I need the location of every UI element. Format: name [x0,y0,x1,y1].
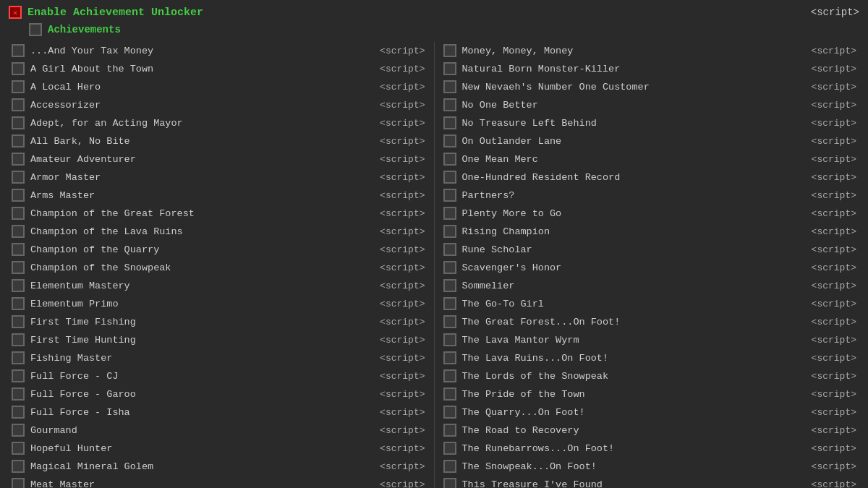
list-item: The Runebarrows...On Foot!<script> [441,440,860,457]
list-item: One-Hundred Resident Record<script> [441,168,860,186]
achievement-checkbox[interactable] [12,80,25,93]
achievement-checkbox[interactable] [443,351,456,364]
achievement-checkbox[interactable] [12,297,25,310]
list-item: On Outlander Lane<script> [441,132,860,150]
achievement-name: A Girl About the Town [30,64,374,74]
achievement-name: The Lava Mantor Wyrm [462,335,806,346]
achievement-checkbox[interactable] [12,315,25,328]
enable-label: Enable Achievement Unlocker [27,7,203,19]
achievement-checkbox[interactable] [443,116,456,129]
achievement-checkbox[interactable] [443,153,456,166]
achievement-name: The Road to Recovery [462,425,806,436]
achievement-checkbox[interactable] [12,225,25,238]
achievement-script: <script> [380,461,425,472]
achievement-name: A Local Hero [30,82,374,93]
achievement-script: <script> [812,335,856,346]
achievement-checkbox[interactable] [443,225,456,238]
achievement-script: <script> [380,389,425,400]
achievement-checkbox[interactable] [12,134,25,147]
header-row: Enable Achievement Unlocker <script> [9,6,859,19]
achievement-name: No One Better [462,100,806,111]
list-item: The Quarry...On Foot!<script> [441,403,860,421]
list-item: First Time Hunting<script> [9,331,428,348]
achievement-checkbox[interactable] [443,424,456,437]
achievement-checkbox[interactable] [443,171,456,184]
achievement-checkbox[interactable] [12,98,25,111]
achievement-name: Hopeful Hunter [30,443,374,454]
list-item: Rune Scholar<script> [441,241,860,258]
achievement-checkbox[interactable] [12,279,25,292]
achievement-name: The Lava Ruins...On Foot! [462,353,806,364]
achievements-checkbox[interactable] [29,23,42,36]
achievement-script: <script> [812,100,856,111]
list-item: Full Force - Isha<script> [9,403,428,421]
achievement-checkbox[interactable] [12,460,25,473]
achievement-checkbox[interactable] [12,171,25,184]
achievement-name: Sommelier [462,281,806,291]
achievement-checkbox[interactable] [443,460,456,473]
achievement-checkbox[interactable] [443,315,456,328]
achievement-checkbox[interactable] [12,369,25,382]
achievement-script: <script> [812,118,856,129]
achievement-checkbox[interactable] [12,406,25,419]
achievement-name: Plenty More to Go [462,208,806,219]
list-item: Champion of the Lava Ruins<script> [9,223,428,240]
achievement-name: Armor Master [30,172,374,183]
achievement-checkbox[interactable] [12,62,25,75]
list-item: The Pride of the Town<script> [441,385,860,403]
achievement-script: <script> [380,46,425,56]
list-item: Natural Born Monster-Killer<script> [441,60,860,77]
achievement-name: Gourmand [30,425,374,436]
achievement-checkbox[interactable] [12,207,25,220]
achievement-checkbox[interactable] [12,424,25,437]
achievement-checkbox[interactable] [12,478,25,488]
achievement-checkbox[interactable] [443,134,456,147]
achievement-script: <script> [812,46,856,56]
achievement-checkbox[interactable] [12,261,25,274]
list-item: The Lords of the Snowpeak<script> [441,367,860,385]
achievement-checkbox[interactable] [12,153,25,166]
left-column: ...And Your Tax Money<script>A Girl Abou… [9,42,428,488]
achievement-checkbox[interactable] [12,442,25,455]
list-item: Champion of the Quarry<script> [9,241,428,258]
achievement-checkbox[interactable] [12,388,25,401]
achievement-name: The Pride of the Town [462,389,806,400]
enable-checkbox[interactable] [9,6,22,19]
achievement-checkbox[interactable] [443,62,456,75]
achievement-checkbox[interactable] [443,44,456,57]
achievement-checkbox[interactable] [443,369,456,382]
achievement-script: <script> [380,226,425,237]
achievement-checkbox[interactable] [443,297,456,310]
achievement-name: Natural Born Monster-Killer [462,64,806,74]
achievement-checkbox[interactable] [12,243,25,256]
achievement-script: <script> [812,208,856,219]
achievement-checkbox[interactable] [443,442,456,455]
achievement-checkbox[interactable] [12,189,25,202]
achievement-checkbox[interactable] [12,44,25,57]
achievement-checkbox[interactable] [443,388,456,401]
achievement-checkbox[interactable] [12,333,25,346]
achievement-checkbox[interactable] [443,189,456,202]
achievement-name: Champion of the Snowpeak [30,262,374,273]
list-item: This Treasure I've Found<script> [441,476,860,488]
achievement-checkbox[interactable] [443,279,456,292]
achievement-checkbox[interactable] [443,478,456,488]
achievements-columns: ...And Your Tax Money<script>A Girl Abou… [9,42,859,488]
achievement-script: <script> [380,118,425,129]
achievement-checkbox[interactable] [443,333,456,346]
achievement-checkbox[interactable] [443,243,456,256]
column-divider [434,42,435,488]
list-item: Sommelier<script> [441,277,860,294]
achievement-checkbox[interactable] [443,98,456,111]
list-item: Hopeful Hunter<script> [9,440,428,457]
list-item: A Local Hero<script> [9,78,428,95]
list-item: Gourmand<script> [9,421,428,439]
achievement-checkbox[interactable] [443,406,456,419]
achievement-checkbox[interactable] [443,207,456,220]
achievement-checkbox[interactable] [12,351,25,364]
achievement-name: The Lords of the Snowpeak [462,371,806,382]
achievement-checkbox[interactable] [443,80,456,93]
achievement-checkbox[interactable] [443,261,456,274]
achievement-name: Elementum Primo [30,299,374,309]
achievement-checkbox[interactable] [12,116,25,129]
